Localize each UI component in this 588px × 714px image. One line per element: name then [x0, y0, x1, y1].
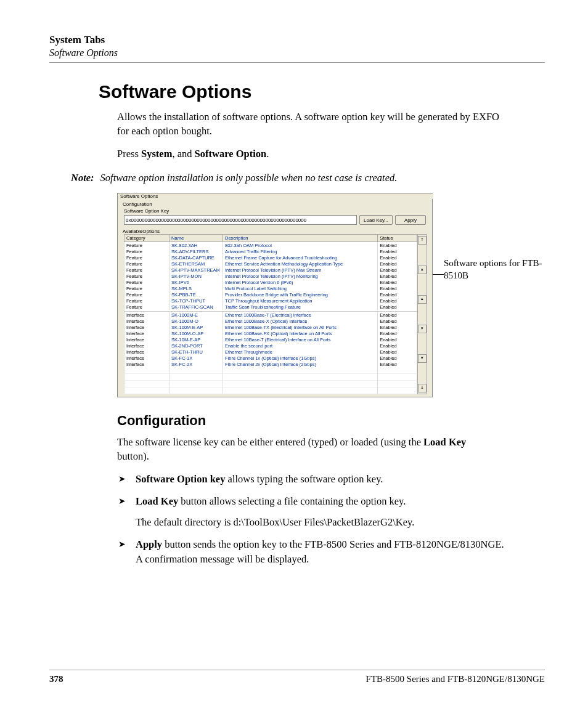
- scroll-down-small-icon[interactable]: ▾: [418, 325, 427, 333]
- table-row[interactable]: FeatureSK-IPTV-MONInternet Protocol Tele…: [125, 273, 417, 279]
- software-options-panel: Software Options Configuration Software …: [117, 193, 433, 397]
- option-key-input[interactable]: [124, 215, 357, 225]
- table-row[interactable]: InterfaceSK-FC-1XFibre Channel 1x (Optic…: [125, 355, 417, 361]
- panel-title: Software Options: [119, 193, 433, 199]
- table-row[interactable]: FeatureSK-PBB-TEProvider Backbone Bridge…: [125, 291, 417, 298]
- note-row: Note: Software option installation is on…: [71, 172, 545, 184]
- page-footer: 378 FTB-8500 Series and FTB-8120NGE/8130…: [49, 665, 545, 684]
- col-description[interactable]: Description: [223, 235, 377, 242]
- table-row[interactable]: FeatureSK-IPV6Internet Protocol Version …: [125, 279, 417, 285]
- table-row[interactable]: InterfaceSK-100M-O-APEthernet 100Base-FX…: [125, 330, 417, 336]
- table-row[interactable]: FeatureSK-TCP-THPUTTCP Throughput Measur…: [125, 298, 417, 304]
- page-number: 378: [49, 674, 63, 684]
- table-row[interactable]: InterfaceSK-100M-E-APEthernet 100Base-TX…: [125, 324, 417, 330]
- scroll-bottom-icon[interactable]: ⤓: [418, 384, 427, 392]
- table-row[interactable]: FeatureSK-MPLSMulti Protocol Label Switc…: [125, 285, 417, 291]
- key-field-label: Software Option Key: [124, 208, 430, 214]
- table-row[interactable]: InterfaceSK-FC-2XFibre Channel 2x (Optic…: [125, 361, 417, 367]
- configuration-heading: Configuration: [117, 413, 545, 429]
- note-text: Software option installation is only pos…: [100, 172, 398, 184]
- table-row[interactable]: InterfaceSK-10M-E-APEthernet 10Base-T (E…: [125, 336, 417, 343]
- list-item: Apply button sends the option key to the…: [117, 537, 512, 567]
- table-row[interactable]: InterfaceSK-1000M-OEthernet 1000Base-X (…: [125, 318, 417, 324]
- col-category[interactable]: Category: [125, 235, 169, 242]
- header-rule: [49, 62, 545, 63]
- apply-button[interactable]: Apply: [395, 215, 426, 225]
- options-table: Category Name Description Status Feature…: [124, 234, 417, 394]
- chapter-title: System Tabs: [49, 34, 545, 46]
- table-row[interactable]: FeatureSK-ADV-FILTERSAdvanced Traffic Fi…: [125, 248, 417, 254]
- table-row[interactable]: InterfaceSK-2ND-PORTEnable the second po…: [125, 343, 417, 349]
- table-row[interactable]: FeatureSK-802-3AH802.3ah OAM ProtocolEna…: [125, 242, 417, 249]
- scroll-up-small-icon[interactable]: ▴: [418, 295, 427, 304]
- load-key-button[interactable]: Load Key...: [359, 215, 393, 225]
- intro-paragraph: Allows the installation of software opti…: [117, 110, 499, 138]
- section-name: Software Options: [49, 47, 545, 59]
- list-item: Software Option key allows typing the so…: [117, 472, 512, 487]
- doc-title: FTB-8500 Series and FTB-8120NGE/8130NGE: [366, 674, 545, 684]
- callout-label: Software options for FTB-8510B: [444, 193, 545, 397]
- table-row[interactable]: FeatureSK-IPTV-MAXSTREAMInternet Protoco…: [125, 267, 417, 273]
- config-paragraph: The software license key can be either e…: [117, 435, 499, 463]
- col-status[interactable]: Status: [378, 235, 417, 242]
- table-row[interactable]: InterfaceSK-ETH-THRUEthernet Throughmode…: [125, 349, 417, 355]
- table-row[interactable]: InterfaceSK-1000M-EEthernet 1000Base-T (…: [125, 312, 417, 318]
- main-heading: Software Options: [99, 81, 545, 102]
- scroll-up-icon[interactable]: ▴: [418, 266, 427, 274]
- available-options-label: AvailableOptions: [121, 229, 431, 234]
- table-row[interactable]: FeatureSK-TRAFFIC-SCANTraffic Scan Troub…: [125, 304, 417, 310]
- bullet-list: Software Option key allows typing the so…: [117, 472, 545, 567]
- scrollbar[interactable]: ⤒ ▴ ▴ ▾ ▾ ⤓: [417, 234, 427, 394]
- table-row[interactable]: FeatureSK-DATA-CAPTUREEthernet Frame Cap…: [125, 254, 417, 261]
- press-instruction: Press System, and Software Option.: [117, 147, 499, 161]
- list-item: Load Key button allows selecting a file …: [117, 494, 512, 530]
- scroll-down-icon[interactable]: ▾: [418, 354, 427, 363]
- table-row[interactable]: FeatureSK-ETHERSAMEthernet Service Activ…: [125, 261, 417, 267]
- config-group-label: Configuration: [121, 201, 431, 207]
- note-label: Note:: [71, 172, 94, 184]
- scroll-top-icon[interactable]: ⤒: [418, 236, 427, 245]
- col-name[interactable]: Name: [169, 235, 223, 242]
